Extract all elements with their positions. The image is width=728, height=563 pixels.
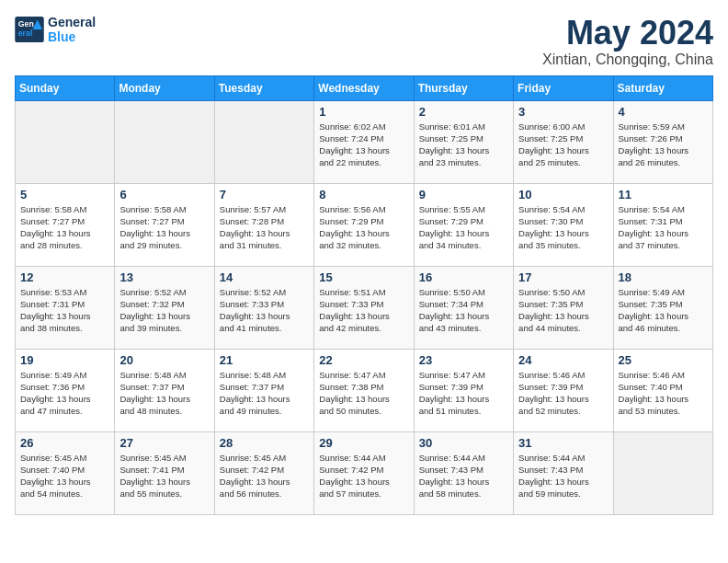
day-number: 4 xyxy=(619,105,708,119)
day-info: Sunrise: 5:53 AM Sunset: 7:31 PM Dayligh… xyxy=(20,286,109,335)
calendar-cell: 19Sunrise: 5:49 AM Sunset: 7:36 PM Dayli… xyxy=(16,349,115,431)
day-number: 3 xyxy=(518,105,608,119)
day-info: Sunrise: 5:57 AM Sunset: 7:28 PM Dayligh… xyxy=(220,203,309,252)
calendar-cell: 1Sunrise: 6:02 AM Sunset: 7:24 PM Daylig… xyxy=(314,100,414,183)
day-info: Sunrise: 5:52 AM Sunset: 7:32 PM Dayligh… xyxy=(119,286,209,335)
svg-text:Gen: Gen xyxy=(18,19,34,29)
calendar-cell: 22Sunrise: 5:47 AM Sunset: 7:38 PM Dayli… xyxy=(314,349,414,431)
day-info: Sunrise: 5:59 AM Sunset: 7:26 PM Dayligh… xyxy=(619,121,708,169)
week-row-4: 19Sunrise: 5:49 AM Sunset: 7:36 PM Dayli… xyxy=(16,349,713,431)
day-number: 19 xyxy=(20,353,109,367)
calendar-cell: 2Sunrise: 6:01 AM Sunset: 7:25 PM Daylig… xyxy=(414,100,513,183)
day-number: 15 xyxy=(319,270,408,284)
calendar-cell: 9Sunrise: 5:55 AM Sunset: 7:29 PM Daylig… xyxy=(414,183,513,266)
calendar-cell: 13Sunrise: 5:52 AM Sunset: 7:32 PM Dayli… xyxy=(115,266,214,349)
day-number: 12 xyxy=(20,270,109,284)
day-info: Sunrise: 5:48 AM Sunset: 7:37 PM Dayligh… xyxy=(119,369,209,418)
calendar-cell: 18Sunrise: 5:49 AM Sunset: 7:35 PM Dayli… xyxy=(613,266,712,349)
week-row-5: 26Sunrise: 5:45 AM Sunset: 7:40 PM Dayli… xyxy=(16,431,713,514)
weekday-header-sunday: Sunday xyxy=(16,75,115,100)
day-info: Sunrise: 5:54 AM Sunset: 7:31 PM Dayligh… xyxy=(619,203,708,252)
calendar-cell: 29Sunrise: 5:44 AM Sunset: 7:42 PM Dayli… xyxy=(314,431,414,514)
day-info: Sunrise: 6:01 AM Sunset: 7:25 PM Dayligh… xyxy=(419,121,508,169)
calendar-cell: 17Sunrise: 5:50 AM Sunset: 7:35 PM Dayli… xyxy=(514,266,613,349)
calendar-cell: 10Sunrise: 5:54 AM Sunset: 7:30 PM Dayli… xyxy=(514,183,613,266)
calendar-cell: 21Sunrise: 5:48 AM Sunset: 7:37 PM Dayli… xyxy=(214,349,313,431)
day-info: Sunrise: 5:50 AM Sunset: 7:35 PM Dayligh… xyxy=(518,286,608,335)
day-number: 26 xyxy=(20,436,109,450)
day-info: Sunrise: 6:00 AM Sunset: 7:25 PM Dayligh… xyxy=(518,121,608,169)
calendar-cell: 12Sunrise: 5:53 AM Sunset: 7:31 PM Dayli… xyxy=(16,266,115,349)
day-info: Sunrise: 5:56 AM Sunset: 7:29 PM Dayligh… xyxy=(319,203,408,252)
logo-icon: Gen eral xyxy=(15,17,44,42)
calendar-cell: 31Sunrise: 5:44 AM Sunset: 7:43 PM Dayli… xyxy=(514,431,613,514)
day-number: 7 xyxy=(220,188,309,201)
weekday-header-row: SundayMondayTuesdayWednesdayThursdayFrid… xyxy=(16,75,713,100)
day-number: 16 xyxy=(419,270,508,284)
day-number: 24 xyxy=(518,353,608,367)
day-info: Sunrise: 5:52 AM Sunset: 7:33 PM Dayligh… xyxy=(220,286,309,335)
weekday-header-tuesday: Tuesday xyxy=(214,75,313,100)
day-info: Sunrise: 5:46 AM Sunset: 7:39 PM Dayligh… xyxy=(518,369,608,418)
day-info: Sunrise: 5:58 AM Sunset: 7:27 PM Dayligh… xyxy=(119,203,209,252)
calendar-cell: 28Sunrise: 5:45 AM Sunset: 7:42 PM Dayli… xyxy=(214,431,313,514)
calendar-cell: 20Sunrise: 5:48 AM Sunset: 7:37 PM Dayli… xyxy=(115,349,214,431)
day-number: 14 xyxy=(220,270,309,284)
day-number: 5 xyxy=(20,188,109,201)
calendar-cell: 5Sunrise: 5:58 AM Sunset: 7:27 PM Daylig… xyxy=(16,183,115,266)
day-info: Sunrise: 5:55 AM Sunset: 7:29 PM Dayligh… xyxy=(419,203,508,252)
day-number: 10 xyxy=(518,188,608,201)
day-number: 8 xyxy=(319,188,408,201)
day-number: 1 xyxy=(319,105,408,119)
logo: Gen eral General Blue xyxy=(15,15,96,44)
day-info: Sunrise: 5:44 AM Sunset: 7:43 PM Dayligh… xyxy=(419,452,508,500)
day-info: Sunrise: 5:45 AM Sunset: 7:42 PM Dayligh… xyxy=(220,452,309,500)
day-info: Sunrise: 5:58 AM Sunset: 7:27 PM Dayligh… xyxy=(20,203,109,252)
calendar-cell xyxy=(613,431,712,514)
day-number: 21 xyxy=(220,353,309,367)
week-row-3: 12Sunrise: 5:53 AM Sunset: 7:31 PM Dayli… xyxy=(16,266,713,349)
logo-text-line2: Blue xyxy=(48,29,96,44)
calendar-cell: 16Sunrise: 5:50 AM Sunset: 7:34 PM Dayli… xyxy=(414,266,513,349)
day-number: 28 xyxy=(220,436,309,450)
weekday-header-wednesday: Wednesday xyxy=(314,75,414,100)
calendar-cell: 15Sunrise: 5:51 AM Sunset: 7:33 PM Dayli… xyxy=(314,266,414,349)
weekday-header-monday: Monday xyxy=(115,75,214,100)
calendar-cell: 7Sunrise: 5:57 AM Sunset: 7:28 PM Daylig… xyxy=(214,183,313,266)
day-info: Sunrise: 5:44 AM Sunset: 7:42 PM Dayligh… xyxy=(319,452,408,500)
calendar-cell: 23Sunrise: 5:47 AM Sunset: 7:39 PM Dayli… xyxy=(414,349,513,431)
calendar-cell: 24Sunrise: 5:46 AM Sunset: 7:39 PM Dayli… xyxy=(514,349,613,431)
calendar-cell xyxy=(214,100,313,183)
day-number: 20 xyxy=(119,353,209,367)
day-number: 17 xyxy=(518,270,608,284)
day-info: Sunrise: 5:54 AM Sunset: 7:30 PM Dayligh… xyxy=(518,203,608,252)
week-row-1: 1Sunrise: 6:02 AM Sunset: 7:24 PM Daylig… xyxy=(16,100,713,183)
day-number: 11 xyxy=(619,188,708,201)
title-block: May 2024 Xintian, Chongqing, China xyxy=(542,15,713,68)
day-number: 22 xyxy=(319,353,408,367)
weekday-header-friday: Friday xyxy=(514,75,613,100)
day-number: 6 xyxy=(119,188,209,201)
day-number: 23 xyxy=(419,353,508,367)
day-number: 2 xyxy=(419,105,508,119)
calendar-table: SundayMondayTuesdayWednesdayThursdayFrid… xyxy=(15,75,713,515)
day-number: 18 xyxy=(619,270,708,284)
svg-text:eral: eral xyxy=(18,29,33,38)
day-number: 31 xyxy=(518,436,608,450)
day-info: Sunrise: 5:44 AM Sunset: 7:43 PM Dayligh… xyxy=(518,452,608,500)
calendar-cell xyxy=(115,100,214,183)
day-info: Sunrise: 5:47 AM Sunset: 7:38 PM Dayligh… xyxy=(319,369,408,418)
weekday-header-thursday: Thursday xyxy=(414,75,513,100)
day-info: Sunrise: 5:50 AM Sunset: 7:34 PM Dayligh… xyxy=(419,286,508,335)
calendar-cell: 8Sunrise: 5:56 AM Sunset: 7:29 PM Daylig… xyxy=(314,183,414,266)
day-info: Sunrise: 5:45 AM Sunset: 7:41 PM Dayligh… xyxy=(119,452,209,500)
calendar-cell: 25Sunrise: 5:46 AM Sunset: 7:40 PM Dayli… xyxy=(613,349,712,431)
calendar-cell: 3Sunrise: 6:00 AM Sunset: 7:25 PM Daylig… xyxy=(514,100,613,183)
day-info: Sunrise: 5:48 AM Sunset: 7:37 PM Dayligh… xyxy=(220,369,309,418)
day-number: 9 xyxy=(419,188,508,201)
day-info: Sunrise: 5:51 AM Sunset: 7:33 PM Dayligh… xyxy=(319,286,408,335)
day-number: 27 xyxy=(119,436,209,450)
calendar-cell: 14Sunrise: 5:52 AM Sunset: 7:33 PM Dayli… xyxy=(214,266,313,349)
calendar-title: May 2024 xyxy=(542,15,713,52)
week-row-2: 5Sunrise: 5:58 AM Sunset: 7:27 PM Daylig… xyxy=(16,183,713,266)
